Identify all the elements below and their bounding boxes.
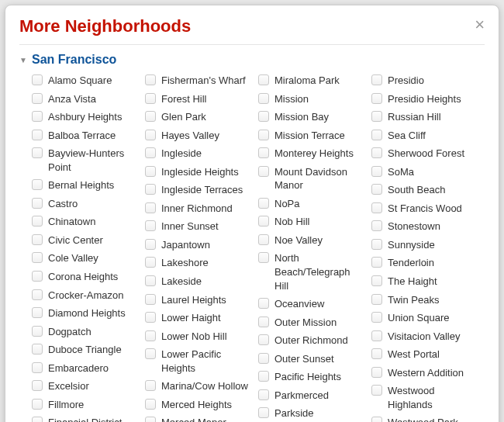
checkbox[interactable] <box>145 380 156 391</box>
checkbox[interactable] <box>371 275 382 286</box>
checkbox[interactable] <box>32 326 43 337</box>
checkbox[interactable] <box>145 312 156 323</box>
checkbox[interactable] <box>145 417 156 422</box>
checkbox[interactable] <box>145 399 156 410</box>
neighborhood-item[interactable]: Mount Davidson Manor <box>258 163 367 195</box>
neighborhood-item[interactable]: Excelsior <box>32 377 140 396</box>
neighborhood-item[interactable]: Lakeshore <box>145 254 254 272</box>
checkbox[interactable] <box>371 166 382 177</box>
neighborhood-item[interactable]: Westwood Highlands <box>371 382 480 413</box>
neighborhood-item[interactable]: Fillmore <box>32 396 140 414</box>
checkbox[interactable] <box>371 202 382 213</box>
checkbox[interactable] <box>258 371 269 382</box>
checkbox[interactable] <box>371 348 382 359</box>
neighborhood-item[interactable]: Japantown <box>145 236 254 254</box>
neighborhood-item[interactable]: Parkside <box>258 404 367 422</box>
checkbox[interactable] <box>32 271 43 282</box>
checkbox[interactable] <box>32 307 43 318</box>
checkbox[interactable] <box>371 312 382 323</box>
checkbox[interactable] <box>371 220 382 231</box>
neighborhood-item[interactable]: Miraloma Park <box>258 71 367 90</box>
neighborhood-item[interactable]: Ingleside <box>145 144 254 163</box>
neighborhood-item[interactable]: Noe Valley <box>258 231 367 250</box>
neighborhood-item[interactable]: Sherwood Forest <box>371 144 480 163</box>
checkbox[interactable] <box>258 130 269 140</box>
checkbox[interactable] <box>145 147 156 158</box>
checkbox[interactable] <box>371 417 382 422</box>
neighborhood-item[interactable]: Dogpatch <box>32 323 140 341</box>
checkbox[interactable] <box>258 298 269 309</box>
checkbox[interactable] <box>32 147 43 158</box>
checkbox[interactable] <box>258 198 269 209</box>
checkbox[interactable] <box>371 385 382 396</box>
checkbox[interactable] <box>371 74 382 85</box>
checkbox[interactable] <box>258 147 269 158</box>
checkbox[interactable] <box>145 130 156 140</box>
checkbox[interactable] <box>371 184 382 195</box>
checkbox[interactable] <box>32 111 43 122</box>
neighborhood-item[interactable]: Union Square <box>371 309 480 327</box>
checkbox[interactable] <box>258 234 269 245</box>
neighborhood-item[interactable]: Hayes Valley <box>145 126 254 145</box>
neighborhood-item[interactable]: Duboce Triangle <box>32 341 140 359</box>
checkbox[interactable] <box>145 184 156 195</box>
checkbox[interactable] <box>32 216 43 227</box>
neighborhood-item[interactable]: Inner Sunset <box>145 217 254 236</box>
checkbox[interactable] <box>145 275 156 286</box>
neighborhood-item[interactable]: Castro <box>32 195 140 213</box>
neighborhood-item[interactable]: Stonestown <box>371 217 480 236</box>
checkbox[interactable] <box>145 348 156 359</box>
neighborhood-item[interactable]: South Beach <box>371 181 480 199</box>
neighborhood-item[interactable]: Corona Heights <box>32 268 140 286</box>
checkbox[interactable] <box>371 93 382 104</box>
neighborhood-item[interactable]: Embarcadero <box>32 359 140 378</box>
neighborhood-item[interactable]: Westwood Park <box>371 413 480 422</box>
neighborhood-item[interactable]: Lower Haight <box>145 309 254 327</box>
checkbox[interactable] <box>32 289 43 300</box>
checkbox[interactable] <box>32 344 43 355</box>
neighborhood-item[interactable]: Twin Peaks <box>371 291 480 310</box>
checkbox[interactable] <box>258 166 269 177</box>
neighborhood-item[interactable]: Civic Center <box>32 231 140 250</box>
neighborhood-item[interactable]: Tenderloin <box>371 254 480 272</box>
neighborhood-item[interactable]: Diamond Heights <box>32 304 140 323</box>
checkbox[interactable] <box>32 74 43 85</box>
checkbox[interactable] <box>258 316 269 327</box>
neighborhood-item[interactable]: Mission Terrace <box>258 126 367 145</box>
neighborhood-item[interactable]: Ingleside Terraces <box>145 181 254 199</box>
checkbox[interactable] <box>145 93 156 104</box>
neighborhood-item[interactable]: West Portal <box>371 345 480 364</box>
neighborhood-item[interactable]: Chinatown <box>32 213 140 231</box>
neighborhood-item[interactable]: St Francis Wood <box>371 199 480 218</box>
checkbox[interactable] <box>32 234 43 245</box>
checkbox[interactable] <box>145 330 156 341</box>
checkbox[interactable] <box>371 130 382 140</box>
neighborhood-item[interactable]: Marina/Cow Hollow <box>145 377 254 396</box>
neighborhood-item[interactable]: Outer Sunset <box>258 350 367 368</box>
neighborhood-item[interactable]: Mission <box>258 90 367 109</box>
neighborhood-item[interactable]: Glen Park <box>145 108 254 126</box>
checkbox[interactable] <box>145 111 156 122</box>
checkbox[interactable] <box>32 93 43 104</box>
neighborhood-item[interactable]: Anza Vista <box>32 90 140 109</box>
checkbox[interactable] <box>32 417 43 422</box>
neighborhood-item[interactable]: Ingleside Heights <box>145 163 254 182</box>
neighborhood-item[interactable]: Mission Bay <box>258 108 367 126</box>
neighborhood-item[interactable]: Laurel Heights <box>145 291 254 310</box>
checkbox[interactable] <box>145 294 156 305</box>
checkbox[interactable] <box>145 239 156 250</box>
neighborhood-item[interactable]: Forest Hill <box>145 90 254 109</box>
neighborhood-item[interactable]: Cole Valley <box>32 249 140 268</box>
neighborhood-item[interactable]: Visitacion Valley <box>371 327 480 346</box>
neighborhood-item[interactable]: Monterey Heights <box>258 144 367 163</box>
neighborhood-item[interactable]: Balboa Terrace <box>32 126 140 145</box>
checkbox[interactable] <box>32 362 43 373</box>
neighborhood-item[interactable]: Ashbury Heights <box>32 108 140 126</box>
neighborhood-item[interactable]: Fisherman's Wharf <box>145 71 254 90</box>
close-icon[interactable]: × <box>475 16 485 33</box>
neighborhood-item[interactable]: Bernal Heights <box>32 176 140 195</box>
checkbox[interactable] <box>32 399 43 410</box>
checkbox[interactable] <box>258 111 269 122</box>
checkbox[interactable] <box>258 407 269 418</box>
neighborhood-item[interactable]: Parkmerced <box>258 386 367 405</box>
